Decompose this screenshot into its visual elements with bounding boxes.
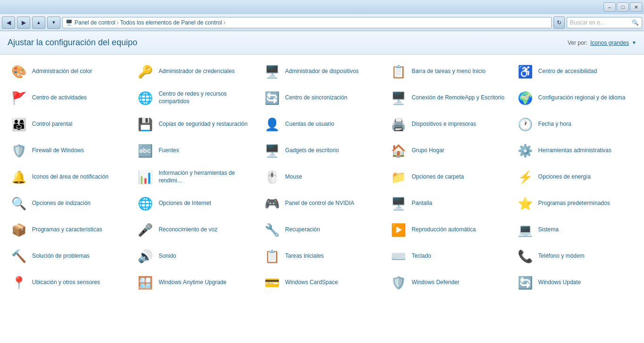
icon-fecha-hora: 🕐 xyxy=(516,115,535,134)
item-mouse[interactable]: 🖱️Mouse xyxy=(261,165,383,189)
item-sonido[interactable]: 🔊Sonido xyxy=(134,244,256,269)
icon-admin-cred: 🔑 xyxy=(136,62,155,81)
item-cuentas[interactable]: 👤Cuentas de usuario xyxy=(261,112,383,137)
address-path[interactable]: 🖥️ Panel de control › Todos los elemento… xyxy=(62,17,552,28)
icon-reconocimiento-voz: 🎤 xyxy=(136,220,155,239)
item-telefono-modem[interactable]: 📞Teléfono y módem xyxy=(514,244,636,269)
item-tareas-iniciales[interactable]: 📋Tareas iniciales xyxy=(261,244,383,269)
label-actividades: Centro de actividades xyxy=(32,94,87,102)
item-programas-caract[interactable]: 📦Programas y características xyxy=(8,218,130,242)
item-opciones-carpeta[interactable]: 📁Opciones de carpeta xyxy=(387,165,510,189)
item-opciones-internet[interactable]: 🌐Opciones de Internet xyxy=(134,191,256,216)
close-button[interactable]: ✕ xyxy=(630,2,642,12)
item-windows-anytime[interactable]: 🪟Windows Anytime Upgrade xyxy=(134,270,256,295)
item-recuperacion[interactable]: 🔧Recuperación xyxy=(261,218,383,242)
label-cuentas: Cuentas de usuario xyxy=(285,121,334,128)
label-firewall: Firewall de Windows xyxy=(32,147,84,155)
item-barra-tareas[interactable]: 📋Barra de tareas y menú Inicio xyxy=(387,59,510,84)
view-value[interactable]: Iconos grandes xyxy=(590,40,629,46)
item-nvidia[interactable]: 🎮Panel de control de NVIDIA xyxy=(261,191,383,216)
item-copias-seg[interactable]: 💾Copias de seguridad y restauración xyxy=(134,112,256,137)
label-programas-caract: Programas y características xyxy=(32,226,102,234)
path-part-2[interactable]: Todos los elementos de Panel de control xyxy=(120,19,222,26)
icon-grupo-hogar: 🏠 xyxy=(389,141,408,160)
item-windows-cardspace[interactable]: 💳Windows CardSpace xyxy=(261,270,383,295)
label-teclado: Teclado xyxy=(412,253,431,260)
minimize-button[interactable]: – xyxy=(603,2,616,12)
icon-barra-tareas: 📋 xyxy=(389,62,408,81)
item-accesibilidad[interactable]: ♿Centro de accesibilidad xyxy=(514,59,636,84)
maximize-button[interactable]: □ xyxy=(617,2,629,12)
item-admin-disp[interactable]: 🖥️Administrador de dispositivos xyxy=(261,59,383,84)
label-programas-predet: Programas predeterminados xyxy=(538,200,610,207)
item-control-parental[interactable]: 👨‍👩‍👧Control parental xyxy=(8,112,130,137)
icon-ubicacion: 📍 xyxy=(9,273,28,292)
item-info-rendimiento[interactable]: 📊Información y herramientas de rendimi..… xyxy=(134,165,256,189)
label-opciones-internet: Opciones de Internet xyxy=(158,200,211,207)
item-iconos-notif[interactable]: 🔔Iconos del área de notificación xyxy=(8,165,130,189)
label-sonido: Sonido xyxy=(158,253,176,260)
icon-admin-color: 🎨 xyxy=(9,62,28,81)
icon-control-parental: 👨‍👩‍👧 xyxy=(9,115,28,134)
titlebar: – □ ✕ xyxy=(0,0,644,14)
label-herramientas: Herramientas administrativas xyxy=(538,147,611,155)
item-windows-defender[interactable]: 🛡️Windows Defender xyxy=(387,270,510,295)
item-herramientas[interactable]: ⚙️Herramientas administrativas xyxy=(514,139,636,163)
icon-sincronizacion: 🔄 xyxy=(263,89,281,107)
item-ubicacion[interactable]: 📍Ubicación y otros sensores xyxy=(8,270,130,295)
item-programas-predet[interactable]: ⭐Programas predeterminados xyxy=(514,191,636,216)
forward-button[interactable]: ▶ xyxy=(17,16,30,29)
item-teclado[interactable]: ⌨️Teclado xyxy=(387,244,510,269)
item-windows-update[interactable]: 🔄Windows Update xyxy=(514,270,636,295)
label-admin-disp: Administrador de dispositivos xyxy=(285,68,359,75)
item-gadgets[interactable]: 🖥️Gadgets de escritorio xyxy=(261,139,383,163)
content-area: 🎨Administración del color🔑Administrador … xyxy=(0,55,644,343)
item-redes[interactable]: 🌐Centro de redes y recursos compartidos xyxy=(134,86,256,110)
icon-windows-anytime: 🪟 xyxy=(136,273,155,292)
item-sistema[interactable]: 💻Sistema xyxy=(514,218,636,242)
icon-windows-update: 🔄 xyxy=(516,273,535,292)
icon-info-rendimiento: 📊 xyxy=(136,168,155,187)
view-arrow[interactable]: ▼ xyxy=(632,40,636,45)
item-opciones-indizacion[interactable]: 🔍Opciones de indización xyxy=(8,191,130,216)
item-pantalla[interactable]: 🖥️Pantalla xyxy=(387,191,510,216)
item-reconocimiento-voz[interactable]: 🎤Reconocimiento de voz xyxy=(134,218,256,242)
icon-dispositivos: 🖨️ xyxy=(389,115,408,134)
label-ubicacion: Ubicación y otros sensores xyxy=(32,279,100,286)
label-mouse: Mouse xyxy=(285,173,302,181)
item-solucion-problemas[interactable]: 🔨Solución de problemas xyxy=(8,244,130,269)
item-dispositivos[interactable]: 🖨️Dispositivos e impresoras xyxy=(387,112,510,137)
path-part-1[interactable]: Panel de control xyxy=(74,19,116,26)
search-box[interactable]: Buscar en e... 🔍 xyxy=(567,17,642,28)
titlebar-buttons: – □ ✕ xyxy=(603,2,642,12)
item-firewall[interactable]: 🛡️Firewall de Windows xyxy=(8,139,130,163)
item-config-regional[interactable]: 🌍Configuración regional y de idioma xyxy=(514,86,636,110)
icon-sistema: 💻 xyxy=(516,220,535,239)
label-solucion-problemas: Solución de problemas xyxy=(32,253,90,260)
icon-admin-disp: 🖥️ xyxy=(263,62,281,81)
icon-mouse: 🖱️ xyxy=(263,168,281,187)
item-admin-color[interactable]: 🎨Administración del color xyxy=(8,59,130,84)
recent-button[interactable]: ▼ xyxy=(47,16,60,29)
item-fecha-hora[interactable]: 🕐Fecha y hora xyxy=(514,112,636,137)
item-admin-cred[interactable]: 🔑Administrador de credenciales xyxy=(134,59,256,84)
item-fuentes[interactable]: 🔤Fuentes xyxy=(134,139,256,163)
label-config-regional: Configuración regional y de idioma xyxy=(538,94,626,102)
label-iconos-notif: Iconos del área de notificación xyxy=(32,173,108,181)
icon-programas-caract: 📦 xyxy=(9,220,28,239)
item-sincronizacion[interactable]: 🔄Centro de sincronización xyxy=(261,86,383,110)
item-reproduccion[interactable]: ▶️Reproducción automática xyxy=(387,218,510,242)
up-button[interactable]: ▲ xyxy=(32,16,45,29)
label-fecha-hora: Fecha y hora xyxy=(538,121,571,128)
path-sep-2: › xyxy=(223,19,225,26)
back-button[interactable]: ◀ xyxy=(2,16,15,29)
icon-redes: 🌐 xyxy=(136,89,155,107)
refresh-button[interactable]: ↻ xyxy=(553,16,565,29)
icon-actividades: 🚩 xyxy=(9,89,28,107)
item-actividades[interactable]: 🚩Centro de actividades xyxy=(8,86,130,110)
search-icon[interactable]: 🔍 xyxy=(632,19,639,26)
item-remoteapp[interactable]: 🖥️Conexión de RemoteApp y Escritorio xyxy=(387,86,510,110)
icon-opciones-carpeta: 📁 xyxy=(389,168,408,187)
item-grupo-hogar[interactable]: 🏠Grupo Hogar xyxy=(387,139,510,163)
item-opciones-energia[interactable]: ⚡Opciones de energía xyxy=(514,165,636,189)
